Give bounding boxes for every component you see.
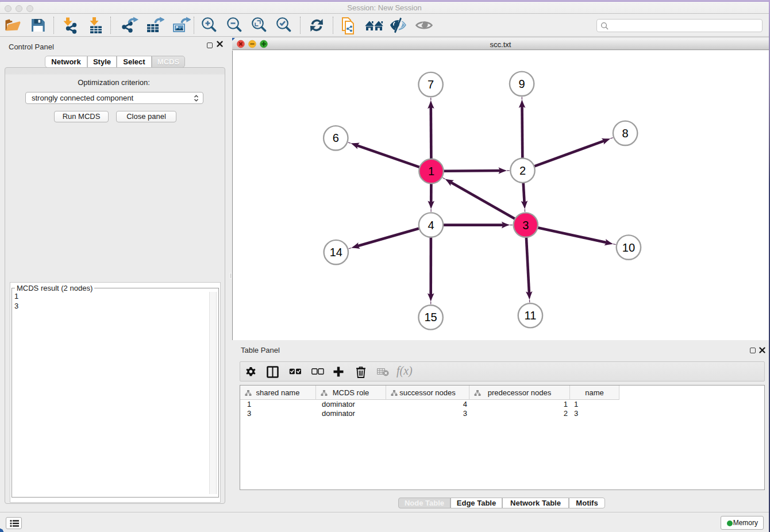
svg-text:15: 15 [424, 311, 437, 323]
svg-text:7: 7 [428, 78, 434, 91]
svg-text:6: 6 [333, 132, 339, 144]
svg-text:9: 9 [519, 78, 525, 90]
svg-text:14: 14 [330, 246, 342, 259]
svg-text:10: 10 [622, 241, 635, 254]
svg-text:2: 2 [519, 164, 526, 177]
svg-text:11: 11 [525, 309, 537, 322]
svg-text:1: 1 [428, 165, 434, 178]
svg-text:3: 3 [522, 219, 529, 232]
svg-text:4: 4 [428, 219, 434, 232]
svg-text:8: 8 [622, 127, 629, 140]
